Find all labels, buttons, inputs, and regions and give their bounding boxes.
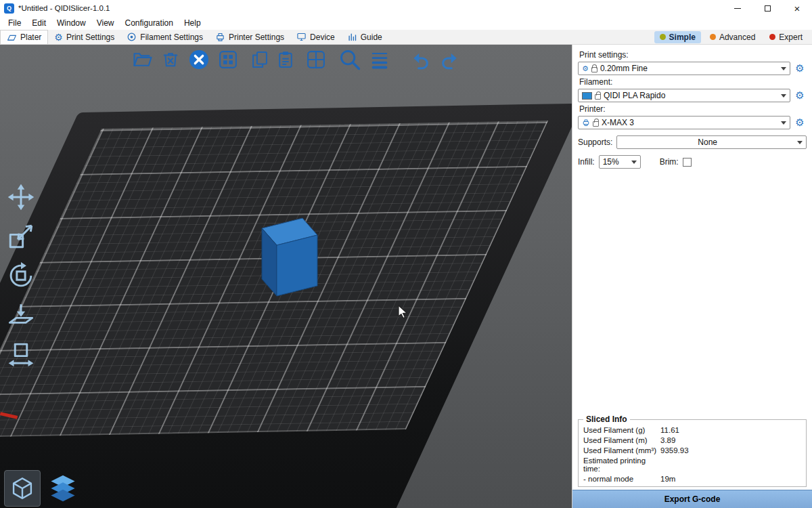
chevron-down-icon — [781, 67, 786, 70]
3d-editor-view-button[interactable] — [4, 470, 41, 507]
lock-icon — [595, 94, 601, 100]
open-project-button[interactable] — [133, 49, 153, 70]
chevron-down-icon — [781, 121, 786, 125]
menu-file[interactable]: File — [3, 17, 26, 29]
undo-icon — [410, 49, 432, 70]
minimize-icon — [734, 8, 741, 9]
filament-gear-button[interactable]: ⚙ — [793, 89, 807, 102]
print-settings-value: 0.20mm Fine — [600, 64, 778, 73]
mode-simple[interactable]: Simple — [654, 31, 701, 43]
sliced-info-title: Sliced Info — [583, 415, 630, 424]
menu-view[interactable]: View — [91, 17, 120, 29]
infill-value: 15% — [603, 157, 629, 167]
arrange-icon — [218, 49, 238, 70]
menu-edit[interactable]: Edit — [26, 17, 51, 29]
printer-gear-button[interactable]: ⚙ — [793, 116, 807, 129]
rotate-tool-button[interactable] — [5, 260, 37, 291]
printer-select[interactable]: X-MAX 3 — [578, 116, 790, 129]
mode-label: Simple — [669, 33, 696, 42]
gear-icon: ⚙ — [54, 33, 63, 42]
qidislicer-window: Q *Untitled - QIDISlicer-1.0.1 × File Ed… — [0, 0, 812, 508]
infill-label: Infill: — [578, 157, 595, 167]
move-tool-button[interactable] — [5, 182, 37, 213]
search-icon — [338, 48, 361, 71]
split-view-button[interactable] — [306, 49, 326, 70]
menu-window[interactable]: Window — [51, 17, 91, 29]
redo-icon — [438, 49, 460, 70]
filament-color-swatch — [582, 92, 592, 100]
close-button[interactable]: × — [782, 0, 812, 16]
chevron-down-icon — [631, 161, 637, 164]
advanced-mode-dot-icon — [710, 34, 716, 40]
mode-selector: Simple Advanced Expert — [654, 30, 812, 44]
sliced-row-value — [660, 457, 801, 473]
sliced-row-label: Estimated printing time: — [583, 457, 660, 473]
tab-printer-settings[interactable]: Printer Settings — [209, 30, 290, 44]
place-on-face-icon — [7, 301, 35, 329]
mode-label: Expert — [779, 33, 803, 42]
tab-bar: Plater ⚙ Print Settings Filament Setting… — [0, 30, 812, 45]
infill-select[interactable]: 15% — [599, 155, 641, 169]
sliced-row-label: Used Filament (m) — [583, 436, 660, 444]
trash-delete-icon — [161, 50, 180, 69]
undo-button[interactable] — [410, 49, 432, 70]
viewport-toolbar — [133, 48, 460, 71]
layer-sequence-button[interactable] — [369, 49, 390, 70]
brim-checkbox[interactable] — [683, 158, 692, 167]
menu-help[interactable]: Help — [179, 17, 206, 29]
tab-plater[interactable]: Plater — [0, 30, 48, 44]
mode-advanced[interactable]: Advanced — [704, 31, 761, 43]
measure-tool-button[interactable] — [5, 339, 37, 370]
sliced-info-panel: Sliced Info Used Filament (g) 11.61 Used… — [578, 415, 807, 487]
window-controls: × — [723, 0, 812, 16]
layers-view-icon — [48, 473, 78, 503]
tab-label: Plater — [20, 33, 41, 42]
filament-select[interactable]: QIDI PLA Rapido — [578, 89, 790, 102]
paste-icon — [276, 50, 295, 69]
export-gcode-button[interactable]: Export G-code — [572, 490, 812, 508]
tab-guide[interactable]: Guide — [341, 30, 388, 44]
tab-label: Guide — [361, 33, 382, 42]
titlebar: Q *Untitled - QIDISlicer-1.0.1 × — [0, 0, 812, 16]
printer-label: Printer: — [579, 104, 807, 114]
minimize-button[interactable] — [723, 0, 752, 16]
delete-all-button[interactable] — [188, 49, 210, 70]
sliced-info-row: - normal mode 19m — [581, 473, 804, 484]
print-settings-gear-button[interactable]: ⚙ — [793, 62, 807, 75]
brim-label: Brim: — [660, 157, 679, 167]
mode-expert[interactable]: Expert — [764, 31, 808, 43]
simple-mode-dot-icon — [660, 34, 666, 40]
menu-bar: File Edit Window View Configuration Help — [0, 16, 812, 30]
print-settings-select[interactable]: ⚙ 0.20mm Fine — [578, 62, 790, 75]
delete-object-button[interactable] — [161, 50, 180, 69]
tab-device[interactable]: Device — [290, 30, 341, 44]
redo-button[interactable] — [438, 49, 460, 70]
viewport-3d[interactable] — [0, 45, 572, 508]
search-button[interactable] — [338, 48, 361, 71]
tab-label: Filament Settings — [140, 33, 203, 42]
copy-icon — [250, 50, 269, 69]
sliced-row-value: 9359.93 — [660, 446, 801, 454]
paste-button[interactable] — [276, 50, 295, 69]
settings-panel: Print settings: ⚙ 0.20mm Fine ⚙ Filament… — [572, 45, 812, 508]
sliced-info-row: Used Filament (g) 11.61 — [581, 425, 804, 435]
layer-preview-view-button[interactable] — [45, 470, 81, 507]
open-folder-icon — [133, 49, 153, 70]
copy-button[interactable] — [250, 50, 269, 69]
printer-value: X-MAX 3 — [602, 118, 778, 127]
gizmo-toolbar — [5, 182, 37, 370]
place-on-face-tool-button[interactable] — [5, 299, 37, 331]
layer-sequence-icon — [369, 49, 390, 70]
filament-value: QIDI PLA Rapido — [604, 91, 778, 100]
guide-icon — [347, 32, 357, 42]
sliced-row-value: 19m — [660, 475, 801, 483]
tab-label: Device — [310, 33, 335, 42]
supports-select[interactable]: None — [616, 135, 807, 149]
tab-print-settings[interactable]: ⚙ Print Settings — [48, 30, 120, 44]
scale-tool-button[interactable] — [5, 221, 37, 252]
tab-filament-settings[interactable]: Filament Settings — [120, 30, 209, 44]
menu-configuration[interactable]: Configuration — [120, 17, 179, 29]
arrange-button[interactable] — [218, 49, 238, 70]
maximize-button[interactable] — [752, 0, 782, 16]
chevron-down-icon — [797, 141, 803, 144]
